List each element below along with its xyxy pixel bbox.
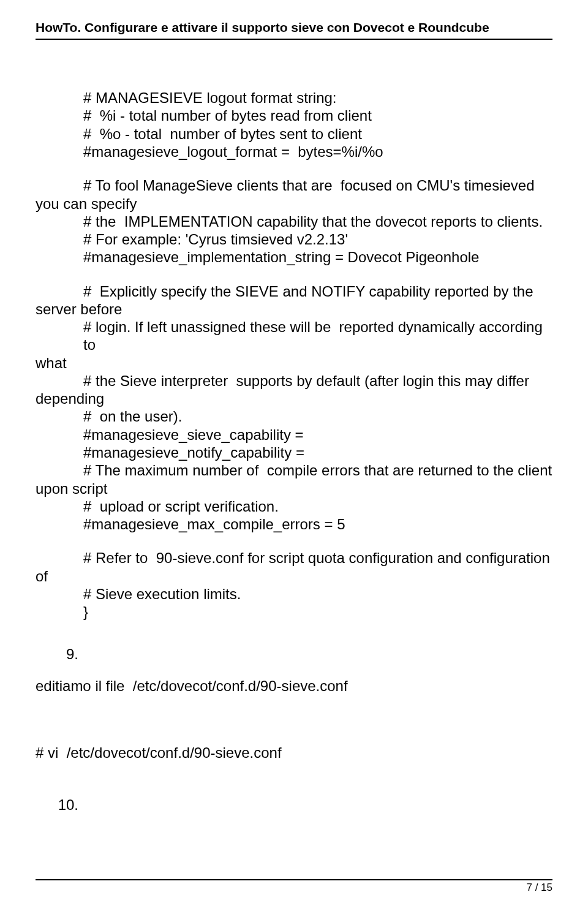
config-line: #managesieve_sieve_capability = — [36, 426, 552, 444]
config-line: what — [36, 354, 552, 372]
header-rule — [36, 39, 552, 40]
config-line: # %o - total number of bytes sent to cli… — [36, 125, 552, 143]
command-line: # vi /etc/dovecot/conf.d/90-sieve.conf — [36, 744, 552, 762]
config-line: # MANAGESIEVE logout format string: — [36, 89, 552, 107]
config-line: # login. If left unassigned these will b… — [36, 318, 552, 354]
page-title: HowTo. Configurare e attivare il support… — [36, 20, 489, 34]
config-line: #managesieve_implementation_string = Dov… — [36, 248, 552, 266]
page-footer: 7 / 15 — [36, 879, 552, 894]
config-line: server before — [36, 300, 552, 318]
config-line: # Sieve execution limits. — [36, 585, 552, 603]
footer-rule — [36, 879, 552, 880]
config-line: # For example: 'Cyrus timsieved v2.2.13' — [36, 230, 552, 248]
page-header: HowTo. Configurare e attivare il support… — [36, 20, 552, 35]
content: # MANAGESIEVE logout format string: # %i… — [36, 64, 552, 814]
step-9-marker: 9. — [54, 645, 78, 663]
config-line: # %i - total number of bytes read from c… — [36, 107, 552, 124]
config-line: # Refer to 90-sieve.conf for script quot… — [36, 549, 552, 567]
config-line: # the IMPLEMENTATION capability that the… — [36, 213, 552, 230]
page-number: 7 / 15 — [36, 882, 552, 894]
config-line: upon script — [36, 480, 552, 497]
config-line: depending — [36, 390, 552, 407]
config-line: # on the user). — [36, 407, 552, 425]
config-line: # Explicitly specify the SIEVE and NOTIF… — [36, 282, 552, 300]
config-line: # To fool ManageSieve clients that are f… — [36, 176, 552, 194]
step-9: 9. — [36, 645, 552, 663]
config-line: #managesieve_max_compile_errors = 5 — [36, 515, 552, 533]
config-line: #managesieve_logout_format = bytes=%i/%o — [36, 143, 552, 161]
config-line: } — [36, 603, 552, 621]
step-10-marker: 10. — [54, 796, 78, 814]
config-line: # upload or script verification. — [36, 497, 552, 515]
config-line: you can specify — [36, 195, 552, 213]
config-line: # The maximum number of compile errors t… — [36, 461, 552, 479]
config-line: # the Sieve interpreter supports by defa… — [36, 372, 552, 390]
step-10: 10. — [36, 796, 552, 814]
config-line: #managesieve_notify_capability = — [36, 444, 552, 461]
page: HowTo. Configurare e attivare il support… — [0, 0, 588, 911]
step-9-text: editiamo il file /etc/dovecot/conf.d/90-… — [36, 677, 552, 695]
config-line: of — [36, 567, 552, 585]
